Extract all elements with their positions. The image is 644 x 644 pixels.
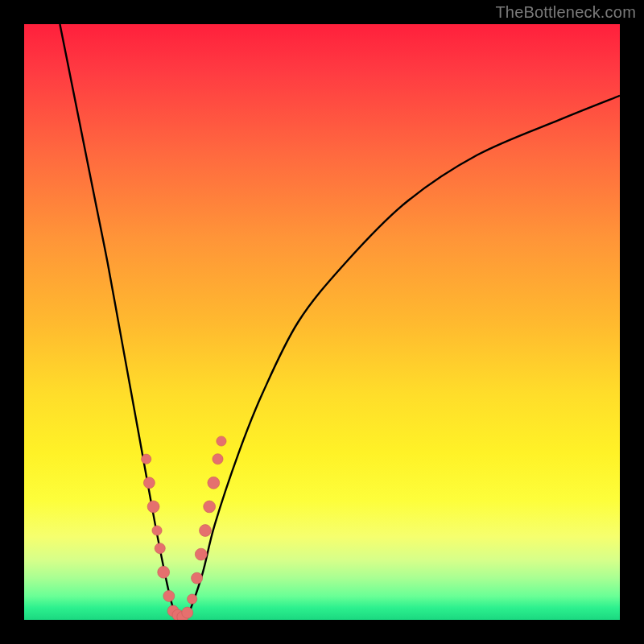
sample-point — [182, 607, 193, 618]
sample-point — [217, 436, 226, 446]
sample-point — [204, 501, 216, 513]
sample-point — [200, 525, 212, 537]
sample-point — [188, 594, 197, 604]
sample-point — [213, 454, 223, 464]
sample-point — [147, 501, 159, 513]
chart-frame: TheBottleneck.com — [0, 0, 644, 644]
sample-point — [195, 548, 207, 560]
sample-point — [152, 526, 162, 535]
sample-point — [143, 477, 155, 489]
sample-point — [155, 543, 165, 554]
sample-point — [163, 590, 175, 601]
sample-point — [142, 454, 151, 464]
sample-point — [158, 566, 170, 578]
sample-point — [208, 477, 220, 489]
plot-area — [24, 24, 620, 620]
watermark-text: TheBottleneck.com — [495, 3, 636, 22]
sample-markers — [24, 24, 620, 620]
sample-point — [192, 572, 203, 584]
